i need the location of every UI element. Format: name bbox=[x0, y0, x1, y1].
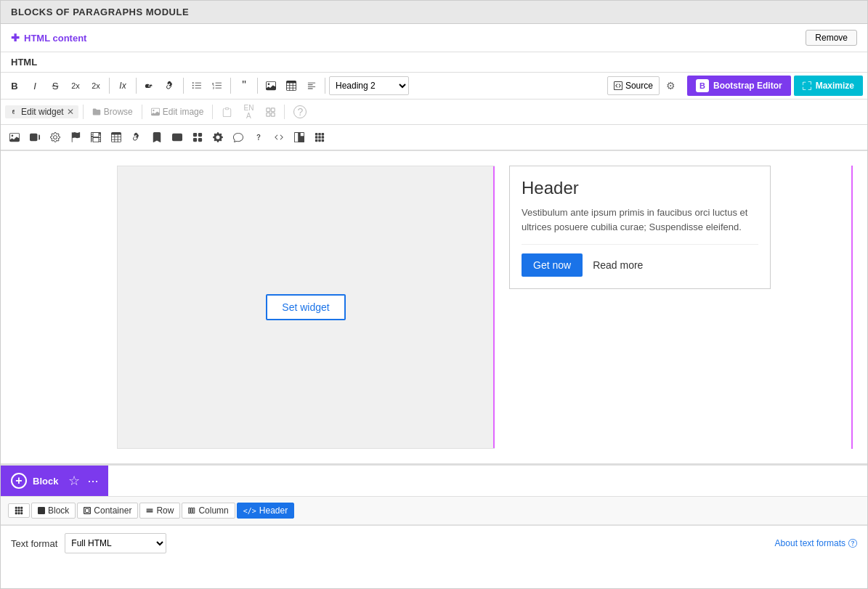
unordered-list-button[interactable] bbox=[187, 76, 206, 95]
toolbar-separator-4 bbox=[230, 78, 231, 94]
source-button[interactable]: Source bbox=[607, 76, 660, 95]
widget-separator-4 bbox=[284, 105, 285, 119]
about-text-formats-link[interactable]: About text formats bbox=[775, 538, 857, 548]
html-content-label: HTML content bbox=[24, 33, 86, 44]
subscript-button[interactable]: 2x bbox=[86, 76, 105, 95]
card-body: Vestibulum ante ipsum primis in faucibus… bbox=[522, 206, 758, 234]
toolbar-separator-6 bbox=[325, 78, 325, 94]
html-source-btn[interactable] bbox=[269, 128, 288, 147]
svg-rect-6 bbox=[86, 509, 89, 513]
toolbar-row2: Edit widget ✕ Browse Edit image ENA ? bbox=[1, 99, 867, 125]
toolbar-separator-3 bbox=[183, 78, 184, 94]
breadcrumb-row[interactable]: Row bbox=[139, 503, 180, 519]
content-card: Header Vestibulum ante ipsum primis in f… bbox=[509, 166, 771, 289]
special-chars-button[interactable]: ENA bbox=[239, 102, 258, 121]
html-content-header: ✚ HTML content Remove bbox=[1, 24, 867, 52]
toolbar-separator-5 bbox=[257, 78, 258, 94]
maximize-label: Maximize bbox=[816, 81, 854, 91]
align-button[interactable] bbox=[302, 76, 321, 95]
entities-btn[interactable] bbox=[208, 128, 227, 147]
editor-area: Set widget Header Vestibulum ante ipsum … bbox=[1, 151, 867, 464]
hyperlink-btn[interactable] bbox=[127, 128, 146, 147]
add-block-button[interactable]: + bbox=[11, 473, 27, 489]
media2-btn[interactable] bbox=[168, 128, 187, 147]
layout2-btn[interactable] bbox=[290, 128, 309, 147]
bookmark-btn[interactable] bbox=[147, 128, 166, 147]
callout-btn[interactable] bbox=[229, 128, 248, 147]
svg-rect-1 bbox=[271, 107, 275, 111]
breadcrumb-container[interactable]: Container bbox=[77, 503, 138, 519]
strikethrough-button[interactable]: S bbox=[46, 76, 65, 95]
toolbar-separator-2 bbox=[136, 78, 137, 94]
svg-rect-3 bbox=[271, 113, 275, 116]
bootstrap-editor-label: Bootstrap Editor bbox=[713, 81, 782, 91]
close-icon[interactable]: ✕ bbox=[67, 107, 74, 117]
layout-btn[interactable] bbox=[188, 128, 207, 147]
svg-rect-2 bbox=[267, 113, 270, 116]
settings-button[interactable]: ⚙ bbox=[661, 76, 681, 96]
ordered-list-button[interactable] bbox=[208, 76, 227, 95]
edit-image-label: Edit image bbox=[163, 107, 204, 117]
blockquote-button[interactable]: " bbox=[235, 76, 253, 95]
video-btn[interactable] bbox=[86, 128, 105, 147]
more-options-button[interactable]: ··· bbox=[87, 474, 98, 489]
widget-separator bbox=[83, 105, 84, 119]
help-button[interactable]: ? bbox=[289, 104, 311, 120]
text-format-label: Text format bbox=[11, 538, 57, 549]
image-toolbar-button[interactable] bbox=[261, 76, 280, 95]
svg-rect-4 bbox=[30, 134, 38, 142]
edit-widget-item[interactable]: Edit widget ✕ bbox=[5, 105, 78, 118]
read-more-link[interactable]: Read more bbox=[593, 259, 643, 271]
bootstrap-icon: B bbox=[696, 79, 709, 92]
icon-btn[interactable] bbox=[46, 128, 65, 147]
table-toolbar-button[interactable] bbox=[282, 76, 301, 95]
heading-select[interactable]: Heading 2 Heading 1 Heading 3 Normal bbox=[329, 76, 409, 95]
browse-label: Browse bbox=[104, 107, 133, 117]
card-actions: Get now Read more bbox=[522, 244, 758, 277]
remove-button[interactable]: Remove bbox=[806, 30, 857, 46]
about-link-text: About text formats bbox=[775, 538, 845, 548]
maximize-button[interactable]: Maximize bbox=[794, 76, 863, 96]
module-title-bar: BLOCKS OF PARAGRAPHS MODULE bbox=[1, 1, 867, 24]
toolbar-row1: B I S 2x 2x Ix " bbox=[1, 73, 867, 99]
favorite-button[interactable]: ☆ bbox=[68, 473, 80, 489]
show-blocks-button[interactable] bbox=[261, 102, 280, 121]
edit-image-button[interactable]: Edit image bbox=[147, 105, 208, 118]
card-heading: Header bbox=[522, 178, 758, 198]
widget-box: Set widget bbox=[117, 166, 495, 449]
copy-button[interactable] bbox=[217, 102, 236, 121]
html-content-left: ✚ HTML content bbox=[11, 32, 86, 44]
bootstrap-editor-button[interactable]: B Bootstrap Editor bbox=[687, 76, 791, 96]
get-now-button[interactable]: Get now bbox=[522, 253, 583, 277]
widget-separator-2 bbox=[142, 105, 142, 119]
remove-format-button[interactable]: Ix bbox=[113, 76, 132, 95]
edit-widget-label: Edit widget bbox=[21, 107, 64, 117]
breadcrumb-grid-icon-item[interactable] bbox=[8, 503, 30, 518]
breadcrumb-header[interactable]: </> Header bbox=[237, 503, 294, 519]
italic-button[interactable]: I bbox=[25, 76, 44, 95]
widget-separator-3 bbox=[212, 105, 213, 119]
block-label: Block bbox=[33, 476, 58, 487]
svg-rect-5 bbox=[84, 508, 91, 514]
source-label: Source bbox=[625, 81, 653, 91]
question-btn[interactable] bbox=[249, 128, 268, 147]
set-widget-button[interactable]: Set widget bbox=[266, 294, 345, 320]
block-bar: + Block ☆ ··· bbox=[1, 464, 867, 496]
breadcrumb-nav: Block Container Row Column </> Header bbox=[1, 496, 867, 525]
superscript-button[interactable]: 2x bbox=[66, 76, 85, 95]
browse-button[interactable]: Browse bbox=[88, 105, 137, 118]
bold-button[interactable]: B bbox=[5, 76, 24, 95]
svg-rect-0 bbox=[267, 107, 270, 111]
grid-btn[interactable] bbox=[310, 128, 329, 147]
media-btn[interactable] bbox=[25, 128, 44, 147]
text-format-select[interactable]: Full HTML Basic HTML Plain text Filtered… bbox=[65, 533, 166, 553]
flag-btn[interactable] bbox=[66, 128, 85, 147]
plus-icon: ✚ bbox=[11, 32, 20, 44]
table-btn[interactable] bbox=[107, 128, 126, 147]
unlink-button[interactable] bbox=[161, 76, 179, 95]
image-btn[interactable] bbox=[5, 128, 24, 147]
link-button[interactable] bbox=[140, 76, 159, 95]
right-panel: Header Vestibulum ante ipsum primis in f… bbox=[495, 166, 853, 449]
breadcrumb-block[interactable]: Block bbox=[31, 503, 76, 519]
breadcrumb-column[interactable]: Column bbox=[182, 503, 235, 519]
